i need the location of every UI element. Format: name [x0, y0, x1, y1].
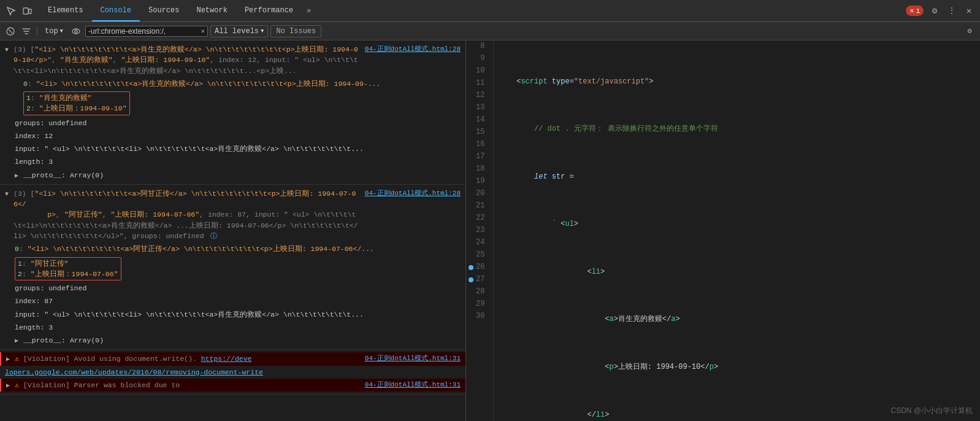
violation-link-line: lopers.google.com/web/updates/2016/08/re… — [0, 366, 465, 379]
code-content[interactable]: 8 9 10 11 12 13 14 15 16 17 18 19 20 21 … — [466, 41, 980, 421]
console-toolbar: top ▼ ✕ All levels ▼ No Issues ⚙ — [0, 22, 980, 41]
eye-icon[interactable] — [69, 25, 83, 38]
filter-input-wrap[interactable]: ✕ — [85, 26, 208, 37]
line-num-22: 22 — [469, 212, 488, 225]
line-num-17: 17 — [469, 151, 488, 163]
tab-performance[interactable]: Performance — [236, 0, 302, 21]
main-content: ▼ (3) ["<li> \n\t\t\t\t\t\t\t<a>肖生克的救赎</… — [0, 41, 980, 421]
more-options-icon[interactable]: ⋮ — [946, 5, 958, 17]
line-num-23: 23 — [469, 225, 488, 237]
tab-console[interactable]: Console — [92, 0, 140, 21]
console-array-1: 1: "肖生克的救赎" 2: "上映日期：1994-09-10" — [10, 90, 465, 117]
proto2-text: __proto__: Array(0) — [23, 335, 461, 346]
context-selector[interactable]: top ▼ — [41, 26, 67, 37]
console2-array-1: 1: "阿甘正传" 2: "上映日期：1994-07-06" — [10, 256, 465, 282]
input2-text: input: " <ul> \n\t\t\t\t\t<li> \n\t\t\t\… — [15, 309, 461, 320]
length2-text: length: 3 — [15, 322, 461, 333]
expand-arrow[interactable]: ▼ — [5, 45, 11, 55]
svg-point-5 — [75, 30, 77, 33]
console2-text-1: 1: "阿甘正传" 2: "上映日期：1994-07-06" — [15, 257, 461, 281]
input-text: input: " <ul> \n\t\t\t\t\t<li> \n\t\t\t\… — [15, 144, 461, 154]
tab-elements[interactable]: Elements — [39, 0, 92, 21]
violation-arrow-1[interactable]: ▶ — [6, 355, 12, 364]
line-num-28: 28 — [469, 286, 488, 298]
inspect-element-icon[interactable] — [5, 5, 17, 17]
svg-point-4 — [72, 29, 80, 34]
console2-index: index: 87 — [10, 295, 465, 307]
code-line-8: <script type="text/javascript"> — [499, 76, 975, 88]
filter-input[interactable] — [88, 27, 199, 36]
svg-line-3 — [9, 29, 12, 33]
console-output[interactable]: ▼ (3) ["<li> \n\t\t\t\t\t\t\t<a>肖生克的救赎</… — [0, 41, 465, 421]
console-group-violation: ▶ ⚠ [Violation] Avoid using document.wri… — [0, 350, 465, 395]
tab-sources[interactable]: Sources — [140, 0, 188, 21]
watermark: CSDN @小小白学计算机 — [890, 406, 973, 416]
line-num-11: 11 — [469, 77, 488, 90]
code-lines: <script type="text/javascript"> // dot .… — [494, 41, 980, 421]
violation-link-1[interactable]: https://deve — [201, 355, 252, 363]
expand-arrow-0 — [15, 80, 21, 89]
context-chevron: ▼ — [60, 28, 63, 34]
length-text: length: 3 — [15, 156, 461, 167]
line-num-13: 13 — [469, 102, 488, 114]
console2-groups: groups: undefined — [10, 282, 465, 295]
devtools-tabs: Elements Console Sources Network Perform… — [39, 0, 316, 21]
console-array-0: 0: "<li> \n\t\t\t\t\t\t\t<a>肖生克的救赎</a> \… — [10, 77, 465, 90]
tab-network[interactable]: Network — [188, 0, 235, 21]
proto-text: __proto__: Array(0) — [23, 170, 461, 180]
level-chevron: ▼ — [261, 28, 264, 34]
tab-more[interactable]: » — [302, 0, 316, 21]
console-source-2[interactable]: 04-正则dotAll模式.html:28 — [365, 188, 461, 199]
line-num-12: 12 — [469, 90, 488, 102]
settings-icon[interactable]: ⚙ — [928, 5, 941, 17]
line-num-21: 21 — [469, 200, 488, 212]
console-line-2: ▼ (3) ["<li> \n\t\t\t\t\t\t\t<a>阿甘正传</a>… — [0, 187, 465, 243]
info-icon[interactable]: ⓘ — [210, 233, 217, 240]
violation-arrow-2[interactable]: ▶ — [6, 381, 12, 390]
index2-text: index: 87 — [15, 296, 461, 306]
index-text: index: 12 — [15, 131, 461, 141]
line-num-20: 20 — [469, 188, 488, 200]
line-num-14: 14 — [469, 114, 488, 126]
line-num-30: 30 — [469, 311, 488, 323]
violation-line-1: ▶ ⚠ [Violation] Avoid using document.wri… — [0, 352, 465, 365]
close-icon[interactable]: ✕ — [963, 5, 975, 17]
device-toolbar-icon[interactable] — [21, 5, 33, 17]
expand-arrow-2[interactable]: ▼ — [5, 190, 11, 199]
violation-full-link[interactable]: lopers.google.com/web/updates/2016/08/re… — [5, 368, 263, 376]
svg-rect-0 — [23, 8, 28, 14]
violation-text-1: ⚠ [Violation] Avoid using document.write… — [15, 353, 360, 364]
filter-clear-icon[interactable]: ✕ — [201, 27, 205, 35]
console-proto-1: ▶ __proto__: Array(0) — [10, 169, 465, 182]
code-line-14: <p>上映日期: 1994-09-10</p> — [499, 361, 975, 374]
console-text-1: 1: "肖生克的救赎" 2: "上映日期：1994-09-10" — [23, 91, 461, 115]
console-index: index: 12 — [10, 129, 465, 142]
clear-console-icon[interactable] — [4, 25, 17, 38]
violation-source-2[interactable]: 04-正则dotAll模式.html:31 — [365, 380, 461, 390]
code-line-13: <a>肖生克的救赎</a> — [499, 314, 975, 326]
filter-icon[interactable] — [20, 25, 33, 38]
console-settings-icon[interactable]: ⚙ — [963, 25, 976, 38]
line-num-27: 27 — [469, 274, 488, 286]
code-panel: 8 9 10 11 12 13 14 15 16 17 18 19 20 21 … — [466, 41, 980, 421]
console-source-1[interactable]: 04-正则dotAll模式.html:28 — [365, 44, 461, 55]
level-selector[interactable]: All levels ▼ — [210, 25, 268, 37]
console-length: length: 3 — [10, 155, 465, 168]
line-num-18: 18 — [469, 163, 488, 176]
groups2-text: groups: undefined — [15, 283, 461, 293]
console-text: (3) ["<li> \n\t\t\t\t\t\t\t<a>肖生克的救赎</a>… — [13, 44, 360, 76]
line-num-10: 10 — [469, 65, 488, 77]
proto2-arrow[interactable]: ▶ — [15, 336, 21, 346]
line-num-16: 16 — [469, 139, 488, 151]
error-badge[interactable]: ✕ 1 — [906, 6, 924, 16]
line-num-9: 9 — [469, 53, 488, 65]
line-numbers: 8 9 10 11 12 13 14 15 16 17 18 19 20 21 … — [466, 41, 494, 421]
console-line: ▼ (3) ["<li> \n\t\t\t\t\t\t\t<a>肖生克的救赎</… — [0, 43, 465, 77]
proto-arrow[interactable]: ▶ — [15, 171, 21, 180]
console-text-2: (3) ["<li> \n\t\t\t\t\t\t\t<a>阿甘正传</a> \… — [13, 188, 360, 242]
console-panel: ▼ (3) ["<li> \n\t\t\t\t\t\t\t<a>肖生克的救赎</… — [0, 41, 466, 421]
devtools-topbar: Elements Console Sources Network Perform… — [0, 0, 980, 22]
console2-text-0: 0: "<li> \n\t\t\t\t\t\t\t<a>阿甘正传</a> \n\… — [15, 244, 461, 254]
violation-source-1[interactable]: 04-正则dotAll模式.html:31 — [365, 353, 461, 364]
console2-proto: ▶ __proto__: Array(0) — [10, 334, 465, 347]
